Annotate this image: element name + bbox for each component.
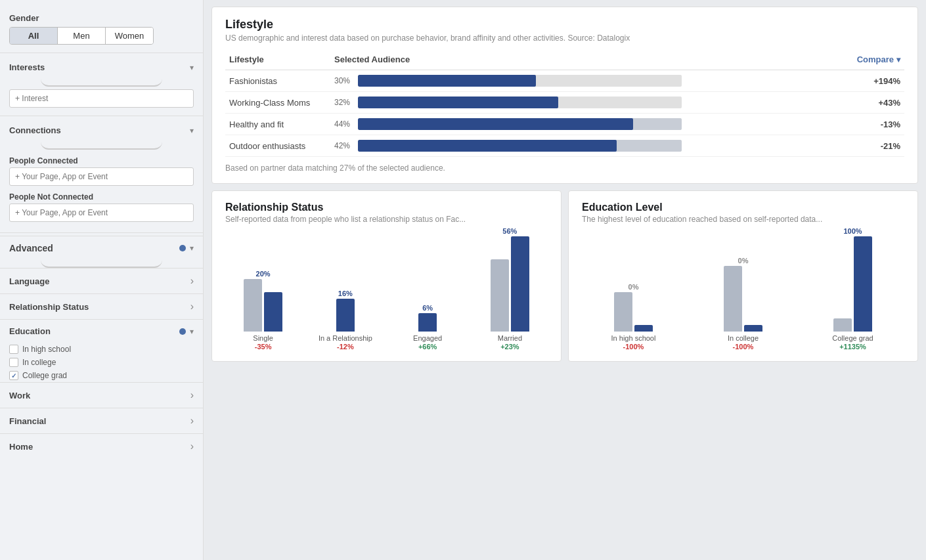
connections-label: Connections [9, 125, 61, 135]
education-chevron-icon [190, 327, 194, 336]
col-audience-header: Selected Audience [330, 52, 686, 70]
edu-axis-pct: +1135% [801, 343, 904, 351]
rel-axis-item: In a Relationship -12% [307, 334, 383, 351]
edu-bar-top-label: 0% [628, 283, 639, 291]
lifestyle-card: Lifestyle US demographic and interest da… [211, 7, 918, 184]
edu-axis-pct: -100% [582, 343, 685, 351]
lifestyle-row-compare: -21% [686, 135, 904, 157]
connections-collapse-row[interactable]: Connections [0, 119, 203, 142]
people-connected-input[interactable] [9, 167, 194, 186]
rel-axis-name: In a Relationship [307, 334, 383, 342]
education-checkbox-high-school[interactable]: In high school [0, 343, 203, 356]
home-arrow-icon [190, 441, 194, 452]
relationship-status-chart: 20% 16% 6% 56% Sing [225, 233, 548, 351]
interests-chevron-icon [190, 63, 194, 72]
lifestyle-table-row: Healthy and fit 44% -13% [225, 114, 904, 135]
edu-axis-name: In college [692, 334, 795, 342]
connections-chevron-icon [190, 126, 194, 135]
relationship-bar-col: 16% [307, 233, 383, 332]
edu-bar-top-label: 100% [843, 227, 862, 235]
bottom-row: Relationship Status Self-reported data f… [211, 190, 918, 362]
edu-axis-item: In high school -100% [582, 334, 685, 351]
rel-axis-pct: +66% [390, 343, 466, 351]
gender-all-button[interactable]: All [10, 28, 58, 44]
rel-axis-item: Single -35% [225, 334, 301, 351]
sidebar-item-work[interactable]: Work [0, 382, 203, 408]
lifestyle-row-pct: 32% [334, 98, 354, 107]
rel-axis-pct: -35% [225, 343, 301, 351]
lifestyle-row-label: Working-Class Moms [225, 92, 330, 114]
lifestyle-bar-fill [358, 118, 633, 130]
lifestyle-row-label: Fashionistas [225, 70, 330, 92]
lifestyle-bar-fill [358, 140, 617, 152]
sidebar-item-financial[interactable]: Financial [0, 408, 203, 433]
home-label: Home [9, 442, 33, 452]
sidebar: Gender All Men Women Interests Connectio… [0, 0, 204, 560]
edu-axis-name: In high school [582, 334, 685, 342]
lifestyle-bar-track [358, 97, 682, 108]
edu-bar-top-label: 0% [738, 257, 749, 265]
lifestyle-title: Lifestyle [225, 18, 904, 32]
education-label: Education [9, 326, 175, 336]
financial-arrow-icon [190, 415, 194, 427]
lifestyle-bar-track [358, 118, 682, 130]
rel-bar-blue [264, 292, 282, 332]
compare-dropdown-icon: ▾ [896, 55, 900, 64]
education-level-subtitle: The highest level of education reached b… [582, 215, 904, 224]
education-checkbox-college-grad[interactable]: ✓ College grad [0, 369, 203, 382]
lifestyle-row-label: Healthy and fit [225, 114, 330, 135]
rel-bar-top-label: 16% [338, 290, 353, 297]
education-bar-col: 0% [582, 233, 685, 332]
edu-axis-item: In college -100% [692, 334, 795, 351]
people-not-connected-input[interactable] [9, 204, 194, 222]
relationship-bar-col: 20% [225, 233, 301, 332]
edu-axis-name: College grad [801, 334, 904, 342]
language-label: Language [9, 276, 49, 286]
people-connected-label: People Connected [9, 156, 194, 165]
relationship-status-title: Relationship Status [225, 202, 548, 213]
interests-collapse-row[interactable]: Interests [0, 56, 203, 79]
lifestyle-table-row: Fashionistas 30% +194% [225, 70, 904, 92]
sidebar-item-home[interactable]: Home [0, 433, 203, 459]
work-label: Work [9, 391, 30, 400]
rel-bar-blue [336, 299, 355, 332]
advanced-chevron-icon [190, 244, 194, 253]
lifestyle-subtitle: US demographic and interest data based o… [225, 33, 904, 43]
high-school-label: In high school [22, 345, 71, 354]
advanced-label: Advanced [9, 243, 175, 253]
sidebar-item-education[interactable]: Education [0, 319, 203, 343]
lifestyle-bar-track [358, 140, 682, 152]
edu-bar-blue [854, 236, 872, 332]
education-checkbox-college[interactable]: In college [0, 356, 203, 369]
interests-label: Interests [9, 62, 45, 72]
lifestyle-bar-track [358, 75, 682, 87]
lifestyle-table-row: Outdoor enthusiasts 42% -21% [225, 135, 904, 157]
rel-bar-top-label: 20% [256, 270, 271, 278]
rel-bar-gray [244, 279, 262, 332]
high-school-checkbox[interactable] [9, 345, 18, 354]
lifestyle-row-pct: 44% [334, 119, 354, 129]
col-compare-header[interactable]: Compare ▾ [686, 52, 904, 70]
relationship-bar-col: 6% [390, 233, 466, 332]
college-grad-label: College grad [22, 371, 67, 380]
gender-women-button[interactable]: Women [106, 28, 153, 44]
rel-axis-name: Single [225, 334, 301, 342]
college-grad-checkbox[interactable]: ✓ [9, 371, 18, 380]
sidebar-item-relationship-status[interactable]: Relationship Status [0, 293, 203, 319]
gender-section: Gender All Men Women [0, 8, 203, 50]
lifestyle-table: Lifestyle Selected Audience Compare ▾ Fa… [225, 52, 904, 157]
lifestyle-row-compare: -13% [686, 114, 904, 135]
education-bar-col: 0% [692, 233, 795, 332]
relationship-bar-col: 56% [472, 233, 548, 332]
connections-input-area: People Connected People Not Connected [0, 150, 203, 230]
edu-axis-pct: -100% [692, 343, 795, 351]
gender-men-button[interactable]: Men [58, 28, 106, 44]
in-college-checkbox[interactable] [9, 358, 18, 367]
rel-bar-blue [511, 236, 529, 332]
education-dot-icon [179, 328, 186, 335]
sidebar-item-language[interactable]: Language [0, 268, 203, 293]
rel-axis-pct: -12% [307, 343, 383, 351]
interest-input[interactable] [9, 89, 194, 108]
advanced-row[interactable]: Advanced [0, 236, 203, 260]
financial-label: Financial [9, 416, 46, 426]
